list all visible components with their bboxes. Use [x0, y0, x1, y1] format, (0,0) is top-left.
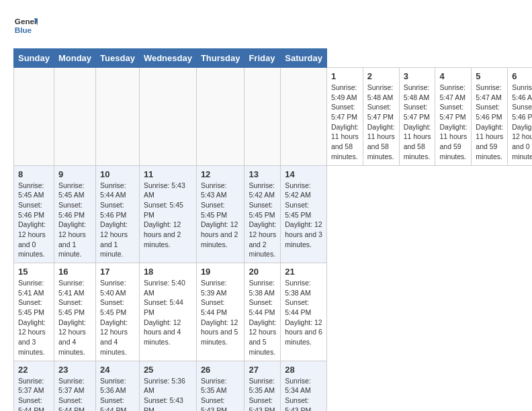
calendar-cell: 22Sunrise: 5:37 AMSunset: 5:44 PMDayligh… [14, 361, 54, 411]
cell-content: Sunrise: 5:47 AMSunset: 5:46 PMDaylight:… [476, 83, 503, 162]
calendar-cell: 16Sunrise: 5:41 AMSunset: 5:45 PMDayligh… [54, 263, 95, 361]
calendar-cell: 13Sunrise: 5:42 AMSunset: 5:45 PMDayligh… [245, 165, 281, 263]
day-header-thursday: Thursday [196, 49, 245, 68]
day-number: 25 [144, 365, 192, 375]
cell-content: Sunrise: 5:35 AMSunset: 5:43 PMDaylight:… [201, 376, 240, 412]
day-number: 12 [201, 169, 240, 179]
day-number: 11 [144, 169, 192, 179]
day-header-sunday: Sunday [14, 49, 54, 68]
calendar-cell: 27Sunrise: 5:35 AMSunset: 5:43 PMDayligh… [245, 361, 281, 411]
calendar-cell: 2Sunrise: 5:48 AMSunset: 5:47 PMDaylight… [363, 68, 399, 166]
day-number: 22 [18, 365, 50, 375]
cell-content: Sunrise: 5:35 AMSunset: 5:43 PMDaylight:… [249, 376, 276, 412]
cell-content: Sunrise: 5:37 AMSunset: 5:44 PMDaylight:… [18, 376, 50, 412]
calendar-cell: 4Sunrise: 5:47 AMSunset: 5:47 PMDaylight… [435, 68, 472, 166]
calendar-cell: 5Sunrise: 5:47 AMSunset: 5:46 PMDaylight… [472, 68, 508, 166]
day-number: 24 [100, 365, 135, 375]
calendar-cell: 8Sunrise: 5:45 AMSunset: 5:46 PMDaylight… [14, 165, 54, 263]
day-number: 18 [144, 267, 192, 277]
day-header-wednesday: Wednesday [139, 49, 196, 68]
calendar-cell: 24Sunrise: 5:36 AMSunset: 5:44 PMDayligh… [96, 361, 140, 411]
calendar-cell: 18Sunrise: 5:40 AMSunset: 5:44 PMDayligh… [139, 263, 196, 361]
cell-content: Sunrise: 5:48 AMSunset: 5:47 PMDaylight:… [367, 83, 395, 162]
day-number: 10 [100, 169, 135, 179]
calendar-cell: 19Sunrise: 5:39 AMSunset: 5:44 PMDayligh… [196, 263, 245, 361]
cell-content: Sunrise: 5:43 AMSunset: 5:45 PMDaylight:… [144, 181, 192, 250]
calendar-cell: 26Sunrise: 5:35 AMSunset: 5:43 PMDayligh… [196, 361, 245, 411]
day-number: 19 [201, 267, 240, 277]
calendar-cell: 10Sunrise: 5:44 AMSunset: 5:46 PMDayligh… [96, 165, 140, 263]
day-number: 9 [58, 169, 91, 179]
cell-content: Sunrise: 5:38 AMSunset: 5:44 PMDaylight:… [285, 278, 322, 347]
day-number: 1 [331, 71, 359, 81]
cell-content: Sunrise: 5:42 AMSunset: 5:45 PMDaylight:… [285, 181, 322, 250]
day-number: 8 [18, 169, 50, 179]
day-header-monday: Monday [54, 49, 95, 68]
calendar-cell: 1Sunrise: 5:49 AMSunset: 5:47 PMDaylight… [326, 68, 363, 166]
day-number: 21 [285, 267, 322, 277]
calendar-cell: 15Sunrise: 5:41 AMSunset: 5:45 PMDayligh… [14, 263, 54, 361]
day-number: 2 [367, 71, 395, 81]
cell-content: Sunrise: 5:45 AMSunset: 5:46 PMDaylight:… [58, 181, 91, 260]
calendar-cell: 9Sunrise: 5:45 AMSunset: 5:46 PMDaylight… [54, 165, 95, 263]
calendar-week-row: 1Sunrise: 5:49 AMSunset: 5:47 PMDaylight… [14, 68, 533, 166]
calendar-cell [245, 68, 281, 166]
calendar-week-row: 22Sunrise: 5:37 AMSunset: 5:44 PMDayligh… [14, 361, 533, 411]
calendar-cell [196, 68, 245, 166]
calendar-cell: 20Sunrise: 5:38 AMSunset: 5:44 PMDayligh… [245, 263, 281, 361]
calendar-week-row: 8Sunrise: 5:45 AMSunset: 5:46 PMDaylight… [14, 165, 533, 263]
cell-content: Sunrise: 5:38 AMSunset: 5:44 PMDaylight:… [249, 278, 276, 357]
day-number: 27 [249, 365, 276, 375]
calendar-cell: 14Sunrise: 5:42 AMSunset: 5:45 PMDayligh… [281, 165, 327, 263]
cell-content: Sunrise: 5:36 AMSunset: 5:44 PMDaylight:… [100, 376, 135, 412]
svg-text:Blue: Blue [15, 26, 32, 34]
calendar-cell [14, 68, 54, 166]
calendar-cell [96, 68, 140, 166]
calendar-week-row: 15Sunrise: 5:41 AMSunset: 5:45 PMDayligh… [14, 263, 533, 361]
cell-content: Sunrise: 5:47 AMSunset: 5:47 PMDaylight:… [439, 83, 467, 162]
day-header-friday: Friday [245, 49, 281, 68]
cell-content: Sunrise: 5:39 AMSunset: 5:44 PMDaylight:… [201, 278, 240, 347]
cell-content: Sunrise: 5:41 AMSunset: 5:45 PMDaylight:… [18, 278, 50, 357]
cell-content: Sunrise: 5:36 AMSunset: 5:43 PMDaylight:… [144, 376, 192, 412]
cell-content: Sunrise: 5:46 AMSunset: 5:46 PMDaylight:… [512, 83, 532, 162]
cell-content: Sunrise: 5:45 AMSunset: 5:46 PMDaylight:… [18, 181, 50, 260]
calendar-cell [54, 68, 95, 166]
calendar-cell: 23Sunrise: 5:37 AMSunset: 5:44 PMDayligh… [54, 361, 95, 411]
calendar-header-row: SundayMondayTuesdayWednesdayThursdayFrid… [14, 49, 533, 68]
calendar-cell: 12Sunrise: 5:43 AMSunset: 5:45 PMDayligh… [196, 165, 245, 263]
day-number: 17 [100, 267, 135, 277]
cell-content: Sunrise: 5:34 AMSunset: 5:43 PMDaylight:… [285, 376, 322, 412]
cell-content: Sunrise: 5:37 AMSunset: 5:44 PMDaylight:… [58, 376, 91, 412]
day-header-saturday: Saturday [281, 49, 327, 68]
day-number: 15 [18, 267, 50, 277]
cell-content: Sunrise: 5:44 AMSunset: 5:46 PMDaylight:… [100, 181, 135, 260]
day-number: 4 [439, 71, 467, 81]
cell-content: Sunrise: 5:43 AMSunset: 5:45 PMDaylight:… [201, 181, 240, 250]
day-number: 26 [201, 365, 240, 375]
day-number: 13 [249, 169, 276, 179]
day-number: 28 [285, 365, 322, 375]
logo-icon: General Blue [13, 13, 38, 38]
calendar-cell [139, 68, 196, 166]
calendar-cell: 28Sunrise: 5:34 AMSunset: 5:43 PMDayligh… [281, 361, 327, 411]
day-number: 5 [476, 71, 503, 81]
day-number: 20 [249, 267, 276, 277]
cell-content: Sunrise: 5:41 AMSunset: 5:45 PMDaylight:… [58, 278, 91, 357]
day-number: 14 [285, 169, 322, 179]
calendar-cell: 11Sunrise: 5:43 AMSunset: 5:45 PMDayligh… [139, 165, 196, 263]
day-number: 23 [58, 365, 91, 375]
day-header-tuesday: Tuesday [96, 49, 140, 68]
day-number: 3 [404, 71, 431, 81]
calendar-table: SundayMondayTuesdayWednesdayThursdayFrid… [13, 48, 532, 411]
day-number: 6 [512, 71, 532, 81]
calendar-cell: 21Sunrise: 5:38 AMSunset: 5:44 PMDayligh… [281, 263, 327, 361]
calendar-cell: 17Sunrise: 5:40 AMSunset: 5:45 PMDayligh… [96, 263, 140, 361]
cell-content: Sunrise: 5:49 AMSunset: 5:47 PMDaylight:… [331, 83, 359, 162]
calendar-cell: 6Sunrise: 5:46 AMSunset: 5:46 PMDaylight… [508, 68, 532, 166]
logo: General Blue [13, 13, 38, 38]
cell-content: Sunrise: 5:42 AMSunset: 5:45 PMDaylight:… [249, 181, 276, 260]
calendar-cell [281, 68, 327, 166]
svg-text:General: General [15, 17, 38, 26]
cell-content: Sunrise: 5:48 AMSunset: 5:47 PMDaylight:… [404, 83, 431, 162]
